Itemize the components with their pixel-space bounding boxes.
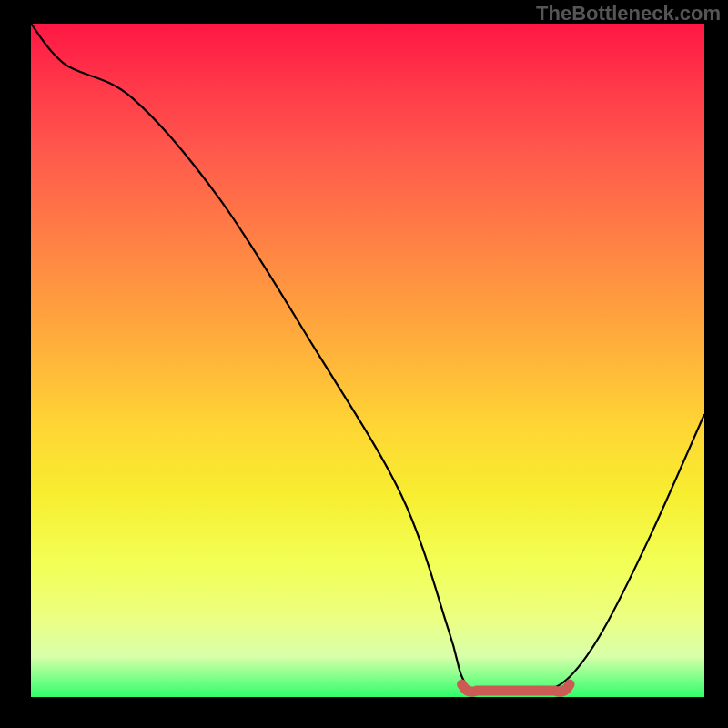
watermark-text: TheBottleneck.com [536,2,721,25]
chart-plot-area [31,24,704,697]
optimal-range-marker [462,684,570,692]
bottleneck-curve-line [31,24,704,692]
bottleneck-curve-svg [31,24,704,697]
